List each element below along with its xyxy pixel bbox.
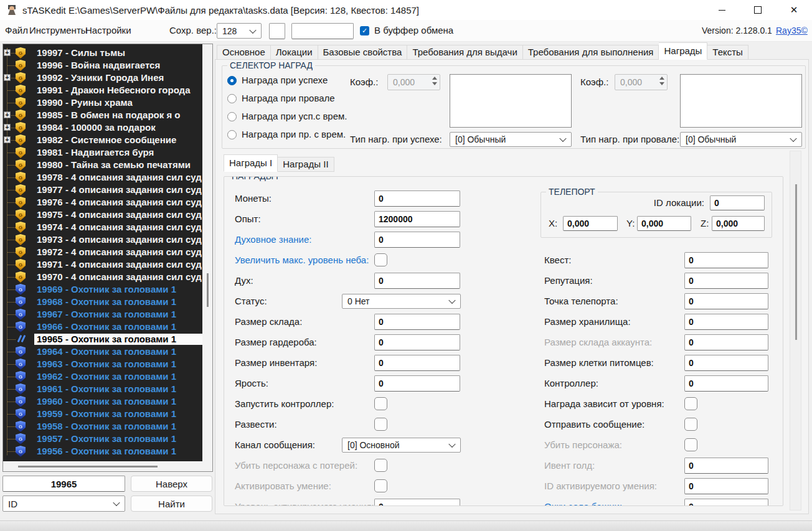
panel-vertical-scrollbar-thumb[interactable] bbox=[795, 184, 797, 340]
tree-item[interactable]: G19964 - Охотник за головами 1 bbox=[3, 345, 202, 358]
tree-item[interactable]: +G19982 - Системное сообщение bbox=[3, 134, 202, 146]
field-input[interactable] bbox=[684, 458, 768, 474]
main-tab-6[interactable]: Тексты bbox=[707, 45, 748, 60]
tree-item[interactable]: G19959 - Охотник за головами 1 bbox=[3, 408, 202, 420]
tree-item[interactable]: G19961 - Охотник за головами 1 bbox=[3, 383, 202, 395]
main-tab-4[interactable]: Требования для выполнения bbox=[523, 45, 659, 60]
field-checkbox[interactable] bbox=[684, 418, 697, 431]
field-checkbox[interactable] bbox=[374, 459, 387, 472]
menu-settings[interactable]: Настройки bbox=[85, 20, 131, 41]
tree-item[interactable]: G19960 - Охотник за головами 1 bbox=[3, 395, 202, 408]
field-input[interactable] bbox=[374, 375, 460, 392]
field-input[interactable] bbox=[684, 273, 768, 289]
clipboard-checkbox[interactable]: ✓ bbox=[360, 26, 369, 35]
field-select[interactable]: 0 Нет bbox=[342, 294, 461, 309]
teleport-z-input[interactable] bbox=[712, 216, 765, 231]
main-tab-0[interactable]: Основное bbox=[217, 45, 271, 60]
expand-toggle-icon[interactable]: + bbox=[4, 49, 11, 56]
tree-item[interactable]: G19980 - Тайна за семью печатями bbox=[3, 159, 202, 171]
tree-horizontal-scrollbar[interactable] bbox=[3, 461, 202, 471]
tree-vertical-scrollbar-thumb[interactable] bbox=[207, 273, 209, 307]
tree-item[interactable]: G19978 - 4 описания задания сил суд bbox=[3, 171, 202, 184]
tree-item[interactable]: G19958 - Охотник за головами 1 bbox=[3, 420, 202, 433]
menu-tools[interactable]: Инструменты bbox=[29, 20, 88, 41]
expand-toggle-icon[interactable]: + bbox=[4, 136, 11, 143]
close-button[interactable]: ✕ bbox=[776, 0, 812, 20]
version-note-textbox[interactable] bbox=[291, 23, 354, 39]
tree-item[interactable]: +G19985 - В обмен на подарок я о bbox=[3, 109, 202, 121]
teleport-x-input[interactable] bbox=[563, 216, 618, 231]
tree-item[interactable]: G19957 - Охотник за головами 1 bbox=[3, 433, 202, 445]
tree-item[interactable]: +G19984 - 100000 за подарок bbox=[3, 121, 202, 134]
tree-item[interactable]: G19968 - Охотник за головами 1 bbox=[3, 296, 202, 308]
tree-item[interactable]: +G19992 - Узники Города Инея bbox=[3, 72, 202, 84]
coef-fail-spinner[interactable]: 0,000 bbox=[615, 74, 668, 90]
field-input[interactable] bbox=[374, 355, 460, 371]
type-success-select[interactable]: [0] Обычный bbox=[450, 132, 572, 147]
field-checkbox[interactable] bbox=[374, 479, 387, 492]
field-checkbox[interactable] bbox=[374, 397, 387, 410]
field-input[interactable] bbox=[374, 232, 460, 248]
teleport-id-input[interactable] bbox=[710, 195, 765, 210]
radio-reward-fail-timed[interactable] bbox=[227, 130, 237, 139]
tree-item[interactable]: G19974 - 4 описания задания сил суд bbox=[3, 221, 202, 233]
expand-toggle-icon[interactable]: + bbox=[4, 111, 11, 118]
field-checkbox[interactable] bbox=[684, 397, 697, 410]
minimize-button[interactable] bbox=[704, 0, 740, 20]
tree-item[interactable]: G19969 - Охотник за головами 1 bbox=[3, 283, 202, 296]
main-tab-2[interactable]: Базовые свойства bbox=[318, 45, 408, 60]
field-select[interactable]: [0] Основной bbox=[342, 438, 461, 453]
expand-toggle-icon[interactable]: + bbox=[4, 124, 11, 131]
field-input[interactable] bbox=[684, 355, 768, 371]
tree-item[interactable]: G19972 - 4 описания задания сил суд bbox=[3, 246, 202, 258]
tree-vertical-scrollbar[interactable] bbox=[202, 44, 212, 461]
tree-item[interactable]: G19976 - 4 описания задания сил суд bbox=[3, 196, 202, 209]
tree-item[interactable]: G19981 - Надвигается буря bbox=[3, 146, 202, 159]
search-mode-select[interactable]: ID bbox=[2, 496, 125, 512]
reward-subtab-1[interactable]: Награды II bbox=[278, 157, 334, 172]
quest-id-input[interactable] bbox=[2, 476, 125, 492]
field-input[interactable] bbox=[684, 499, 768, 506]
reward-subtab-0[interactable]: Награды I bbox=[224, 154, 278, 172]
panel-vertical-scrollbar[interactable] bbox=[790, 151, 801, 510]
success-items-listbox[interactable] bbox=[450, 74, 572, 128]
find-button[interactable]: Найти bbox=[131, 496, 212, 512]
tree-horizontal-scrollbar-thumb[interactable] bbox=[18, 466, 158, 468]
field-input[interactable] bbox=[374, 211, 460, 227]
quest-tree-viewport[interactable]: +G19997 - Силы тьмыG19996 - Война надвиг… bbox=[3, 44, 202, 461]
menu-file[interactable]: Файл bbox=[5, 20, 28, 41]
field-input[interactable] bbox=[684, 252, 768, 268]
tree-item[interactable]: G19966 - Охотник за головами 1 bbox=[3, 321, 202, 333]
expand-toggle-icon[interactable]: + bbox=[4, 74, 11, 81]
field-input[interactable] bbox=[374, 273, 460, 289]
scroll-top-button[interactable]: Наверх bbox=[131, 476, 212, 492]
save-version-select[interactable]: 128 bbox=[217, 23, 262, 39]
field-input[interactable] bbox=[374, 314, 460, 330]
field-input[interactable] bbox=[684, 314, 768, 330]
field-checkbox[interactable] bbox=[374, 253, 387, 266]
field-input[interactable] bbox=[684, 375, 768, 392]
tree-item[interactable]: G19975 - 4 описания задания сил суд bbox=[3, 209, 202, 221]
radio-reward-success[interactable] bbox=[227, 76, 237, 85]
field-input[interactable] bbox=[684, 293, 768, 309]
author-link[interactable]: Ray35© bbox=[776, 20, 808, 41]
field-input[interactable] bbox=[374, 334, 460, 350]
tree-item[interactable]: 19965 - Охотник за головами 1 bbox=[3, 333, 202, 345]
main-tab-1[interactable]: Локации bbox=[271, 45, 318, 60]
radio-reward-success-timed[interactable] bbox=[227, 112, 237, 121]
tree-item[interactable]: G19990 - Руины храма bbox=[3, 96, 202, 109]
field-input[interactable] bbox=[374, 499, 460, 506]
small-textbox[interactable] bbox=[269, 23, 285, 39]
tree-item[interactable]: G19967 - Охотник за головами 1 bbox=[3, 308, 202, 321]
tree-item[interactable]: G19962 - Охотник за головами 1 bbox=[3, 370, 202, 383]
tree-item[interactable]: G19996 - Война надвигается bbox=[3, 59, 202, 72]
field-input[interactable] bbox=[684, 334, 768, 350]
field-checkbox[interactable] bbox=[374, 418, 387, 431]
spinner-arrows-icon[interactable] bbox=[432, 77, 437, 85]
tree-item[interactable]: +G19997 - Силы тьмы bbox=[3, 47, 202, 59]
field-input[interactable] bbox=[374, 190, 460, 207]
tree-item[interactable]: G19977 - 4 описания задания сил суд bbox=[3, 184, 202, 196]
teleport-y-input[interactable] bbox=[637, 216, 691, 231]
tree-item[interactable]: G19963 - Охотник за головами 1 bbox=[3, 358, 202, 370]
coef-success-spinner[interactable]: 0,000 bbox=[387, 74, 440, 90]
